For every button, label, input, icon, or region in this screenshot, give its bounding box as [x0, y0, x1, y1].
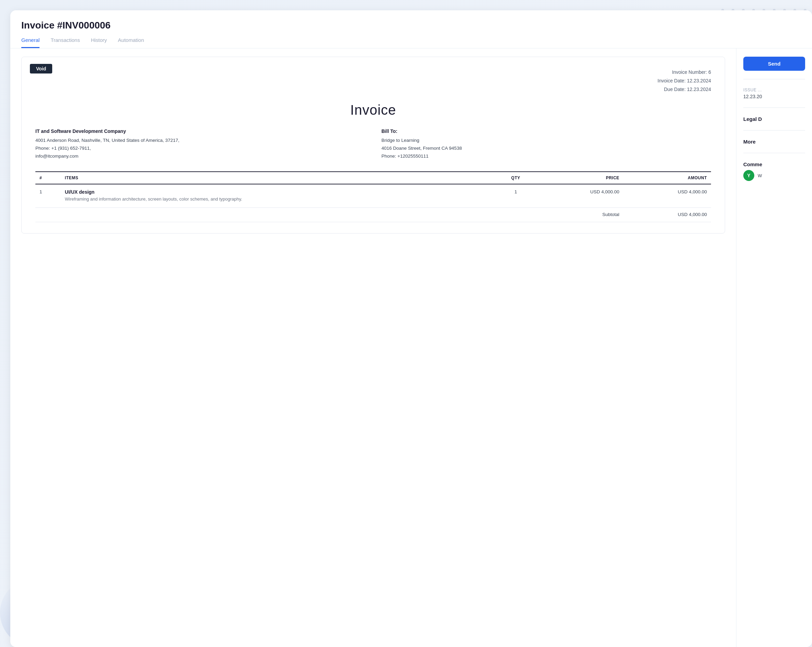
- divider-3: [743, 130, 805, 131]
- tabs-container: General Transactions History Automation: [21, 37, 801, 48]
- item-name: UI/UX design: [65, 189, 491, 195]
- table-row: 1 UI/UX design Wireframing and informati…: [35, 184, 711, 208]
- invoice-date-line: Invoice Date: 12.23.2024: [35, 76, 711, 85]
- page-wrapper: // Generate dots grid Invoice #INV000006…: [0, 0, 812, 647]
- invoice-meta: Invoice Number: 6 Invoice Date: 12.23.20…: [35, 68, 711, 94]
- billing-section: IT and Software Development Company 4001…: [35, 127, 711, 161]
- from-company-name: IT and Software Development Company: [35, 127, 365, 136]
- commenter-row: Y W: [743, 170, 805, 181]
- main-card: Invoice #INV000006 General Transactions …: [10, 10, 812, 647]
- void-stamp: Void: [30, 64, 52, 73]
- row-num: 1: [35, 184, 61, 208]
- divider-1: [743, 79, 805, 79]
- card-header: Invoice #INV000006 General Transactions …: [10, 10, 812, 49]
- subtotal-value: USD 4,000.00: [623, 208, 711, 222]
- col-qty: QTY: [496, 172, 536, 184]
- items-table: # ITEMS QTY PRICE AMOUNT 1 UI: [35, 171, 711, 222]
- billing-from: IT and Software Development Company 4001…: [35, 127, 365, 161]
- invoice-title: Invoice #INV000006: [21, 20, 801, 31]
- send-button[interactable]: Send: [743, 56, 805, 71]
- col-amount: AMOUNT: [623, 172, 711, 184]
- divider-2: [743, 107, 805, 108]
- avatar: Y: [743, 170, 754, 181]
- right-sidebar: Send Issue ... 12.23.20 Legal D More Com…: [736, 49, 812, 647]
- card-content: Void Invoice Number: 6 Invoice Date: 12.…: [10, 49, 812, 647]
- invoice-main: Void Invoice Number: 6 Invoice Date: 12.…: [10, 49, 736, 647]
- tab-general[interactable]: General: [21, 37, 40, 48]
- bill-to-label: Bill To:: [382, 127, 711, 136]
- invoice-heading: Invoice: [35, 102, 711, 118]
- to-phone: Phone: +12025550111: [382, 153, 711, 160]
- due-date-value: 12.23.2024: [687, 87, 711, 92]
- due-date-label: Due Date:: [664, 87, 687, 92]
- table-header-row: # ITEMS QTY PRICE AMOUNT: [35, 172, 711, 184]
- col-num: #: [35, 172, 61, 184]
- comments-title: Comme: [743, 162, 805, 167]
- tab-transactions[interactable]: Transactions: [50, 37, 80, 48]
- comment-text: W: [758, 173, 762, 178]
- to-company-name: Bridge to Learning: [382, 137, 711, 145]
- invoice-number-line: Invoice Number: 6: [35, 68, 711, 76]
- col-items: ITEMS: [61, 172, 496, 184]
- invoice-number-value: 6: [708, 69, 711, 75]
- due-date-line: Due Date: 12.23.2024: [35, 85, 711, 94]
- issue-label: Issue ...: [743, 88, 805, 92]
- row-amount: USD 4,000.00: [623, 184, 711, 208]
- invoice-date-label: Invoice Date:: [658, 78, 687, 84]
- from-phone: Phone: +1 (931) 652-7911,: [35, 145, 365, 153]
- invoice-document: Void Invoice Number: 6 Invoice Date: 12.…: [21, 56, 725, 233]
- tab-history[interactable]: History: [91, 37, 107, 48]
- col-price: PRICE: [536, 172, 623, 184]
- tab-automation[interactable]: Automation: [118, 37, 144, 48]
- invoice-number-label: Invoice Number:: [672, 69, 708, 75]
- legal-title: Legal D: [743, 116, 805, 122]
- more-section: More: [743, 139, 805, 145]
- issue-value: 12.23.20: [743, 94, 805, 99]
- issue-section: Issue ... 12.23.20: [743, 88, 805, 99]
- from-address: 4001 Anderson Road, Nashville, TN, Unite…: [35, 137, 365, 145]
- from-email: info@itcompany.com: [35, 153, 365, 160]
- row-item: UI/UX design Wireframing and information…: [61, 184, 496, 208]
- billing-to: Bill To: Bridge to Learning 4016 Doane S…: [382, 127, 711, 161]
- item-desc: Wireframing and information architecture…: [65, 196, 491, 203]
- divider-4: [743, 153, 805, 153]
- invoice-date-value: 12.23.2024: [687, 78, 711, 84]
- to-address: 4016 Doane Street, Fremont CA 94538: [382, 145, 711, 153]
- row-qty: 1: [496, 184, 536, 208]
- subtotal-label: Subtotal: [536, 208, 623, 222]
- row-price: USD 4,000.00: [536, 184, 623, 208]
- comments-section: Comme Y W: [743, 162, 805, 181]
- subtotal-row: Subtotal USD 4,000.00: [35, 208, 711, 222]
- more-title: More: [743, 139, 805, 145]
- legal-section: Legal D: [743, 116, 805, 122]
